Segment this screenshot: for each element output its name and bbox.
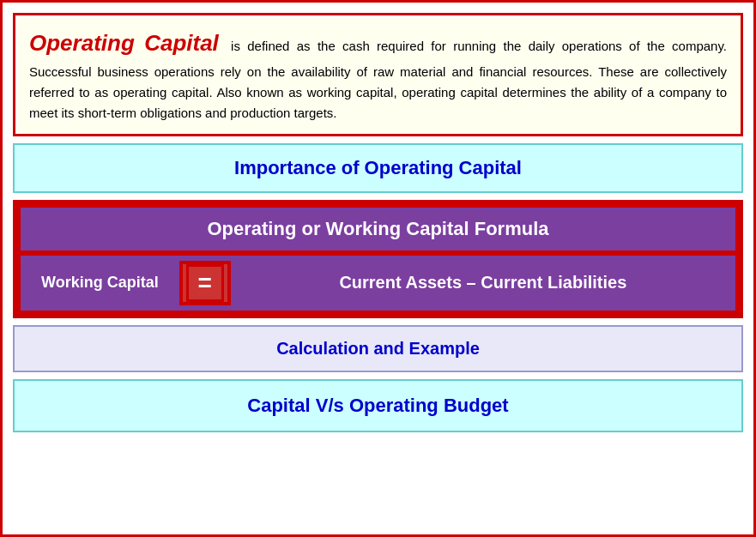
equals-symbol: = (198, 271, 212, 295)
definition-section: Operating Capital is defined as the cash… (13, 13, 743, 136)
definition-title: Operating Capital (29, 30, 219, 56)
budget-heading: Capital V/s Operating Budget (247, 395, 508, 416)
equals-box: = (179, 261, 231, 305)
budget-section: Capital V/s Operating Budget (13, 379, 743, 432)
formula-content: Working Capital = Current Assets – Curre… (21, 256, 735, 311)
formula-section-title: Operating or Working Capital Formula (207, 218, 548, 239)
formula-outer: Operating or Working Capital Formula Wor… (13, 200, 743, 318)
main-container: Operating Capital is defined as the cash… (0, 0, 756, 537)
equals-inner: = (186, 264, 224, 302)
formula-rhs: Current Assets – Current Liabilities (238, 261, 729, 305)
working-capital-label: Working Capital (27, 261, 172, 305)
importance-section: Importance of Operating Capital (13, 143, 743, 193)
calculation-section: Calculation and Example (13, 325, 743, 372)
formula-title-bar: Operating or Working Capital Formula (21, 208, 735, 250)
calculation-heading: Calculation and Example (276, 339, 480, 358)
importance-heading: Importance of Operating Capital (234, 157, 522, 178)
